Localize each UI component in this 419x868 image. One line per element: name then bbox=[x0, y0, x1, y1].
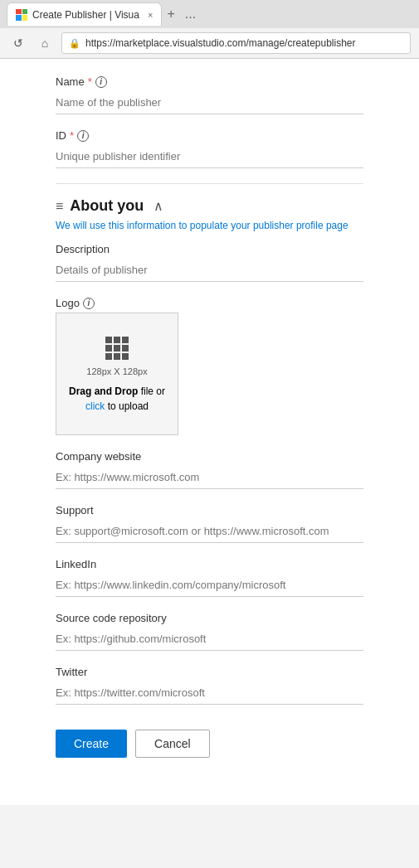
description-field-group: Description bbox=[56, 243, 363, 282]
about-section-icon: ≡ bbox=[56, 199, 63, 214]
company-website-label: Company website bbox=[56, 450, 363, 463]
name-label: Name * i bbox=[56, 75, 363, 88]
id-info-icon[interactable]: i bbox=[77, 130, 89, 142]
support-field-group: Support bbox=[56, 504, 363, 543]
reload-button[interactable]: ↺ bbox=[8, 33, 28, 53]
logo-info-icon[interactable]: i bbox=[83, 298, 95, 309]
linkedin-field-group: LinkedIn bbox=[56, 558, 363, 597]
about-section-title: About you bbox=[70, 197, 144, 215]
logo-drag-bold: Drag and Drop bbox=[69, 386, 138, 397]
company-website-field-group: Company website bbox=[56, 450, 363, 489]
active-tab[interactable]: Create Publisher | Visua × bbox=[7, 2, 162, 26]
tab-close-button[interactable]: × bbox=[148, 10, 153, 20]
about-section-header: ≡ About you ∧ bbox=[56, 197, 363, 215]
tab-label: Create Publisher | Visua bbox=[32, 9, 139, 21]
company-website-input[interactable] bbox=[56, 466, 363, 489]
tab-bar: Create Publisher | Visua × + ... bbox=[0, 0, 419, 28]
name-required-marker: * bbox=[88, 75, 92, 88]
twitter-field-group: Twitter bbox=[56, 666, 363, 705]
divider bbox=[56, 183, 363, 184]
source-code-input[interactable] bbox=[56, 628, 363, 651]
create-button[interactable]: Create bbox=[56, 730, 127, 758]
logo-file-or: file or bbox=[138, 386, 165, 397]
logo-click-link[interactable]: click bbox=[85, 400, 105, 412]
support-input[interactable] bbox=[56, 520, 363, 543]
lock-icon: 🔒 bbox=[69, 38, 80, 49]
id-required-marker: * bbox=[70, 129, 74, 142]
browser-chrome: Create Publisher | Visua × + ... ↺ ⌂ 🔒 h… bbox=[0, 0, 419, 59]
twitter-input[interactable] bbox=[56, 681, 363, 705]
new-tab-button[interactable]: + bbox=[162, 2, 179, 26]
logo-field-group: Logo i 128px X 128px Drag and Drop file … bbox=[56, 297, 363, 435]
name-info-icon[interactable]: i bbox=[95, 76, 107, 88]
logo-click-to-upload: click to upload bbox=[85, 400, 149, 412]
source-code-field-group: Source code repository bbox=[56, 612, 363, 651]
cancel-button[interactable]: Cancel bbox=[135, 730, 210, 758]
logo-grid-icon bbox=[105, 337, 129, 360]
support-label: Support bbox=[56, 504, 363, 516]
logo-upload-text: to upload bbox=[105, 400, 149, 412]
logo-upload-box[interactable]: 128px X 128px Drag and Drop file or clic… bbox=[56, 313, 178, 435]
name-input[interactable] bbox=[56, 91, 363, 114]
logo-size-label: 128px X 128px bbox=[86, 366, 147, 376]
ms-logo-icon bbox=[16, 9, 27, 21]
description-label: Description bbox=[56, 243, 363, 255]
address-bar: ↺ ⌂ 🔒 https://marketplace.visualstudio.c… bbox=[0, 28, 419, 58]
source-code-label: Source code repository bbox=[56, 612, 363, 624]
url-text: https://marketplace.visualstudio.com/man… bbox=[85, 37, 403, 49]
about-collapse-button[interactable]: ∧ bbox=[153, 198, 163, 214]
url-bar[interactable]: 🔒 https://marketplace.visualstudio.com/m… bbox=[61, 32, 411, 54]
home-button[interactable]: ⌂ bbox=[35, 33, 55, 53]
page-content: Name * i ID * i ≡ About you ∧ We will us… bbox=[0, 59, 419, 805]
linkedin-label: LinkedIn bbox=[56, 558, 363, 570]
id-input[interactable] bbox=[56, 145, 363, 168]
tab-more-button[interactable]: ... bbox=[180, 2, 201, 26]
id-field-group: ID * i bbox=[56, 129, 363, 168]
linkedin-input[interactable] bbox=[56, 574, 363, 597]
logo-drag-drop-text: Drag and Drop file or bbox=[69, 385, 165, 397]
name-field-group: Name * i bbox=[56, 75, 363, 114]
logo-label: Logo i bbox=[56, 297, 363, 309]
tab-favicon bbox=[16, 9, 27, 21]
about-section-subtitle: We will use this information to populate… bbox=[56, 220, 363, 231]
twitter-label: Twitter bbox=[56, 666, 363, 678]
id-label: ID * i bbox=[56, 129, 363, 142]
action-buttons: Create Cancel bbox=[56, 730, 363, 758]
description-input[interactable] bbox=[56, 259, 363, 282]
